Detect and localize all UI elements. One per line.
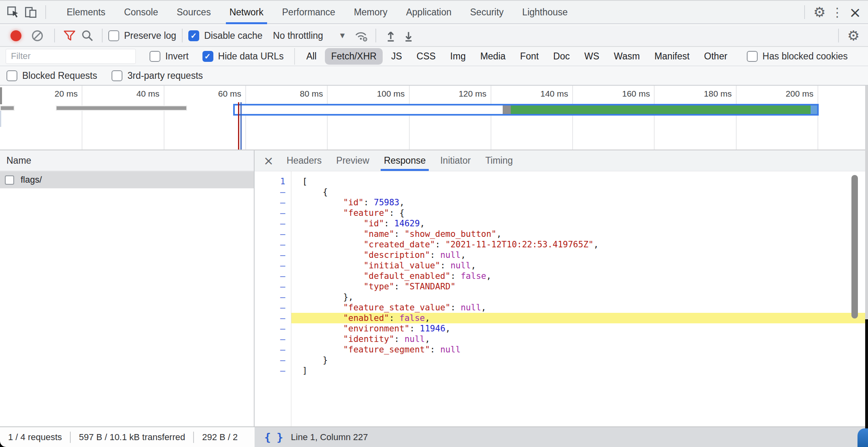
line-text: "default_enabled": false, bbox=[291, 271, 868, 281]
filter-toggle-icon[interactable] bbox=[61, 27, 78, 44]
line-gutter[interactable]: – bbox=[255, 187, 291, 197]
line-gutter[interactable]: – bbox=[255, 260, 291, 271]
line-gutter[interactable]: – bbox=[255, 302, 291, 313]
filter-input[interactable] bbox=[6, 49, 136, 64]
blocked-requests-checkbox[interactable] bbox=[6, 70, 17, 81]
line-text: "feature_state_value": null, bbox=[291, 302, 868, 313]
line-text: "created_date": "2021-11-12T10:22:53.419… bbox=[291, 239, 868, 250]
line-gutter[interactable]: – bbox=[255, 197, 291, 208]
filter-type-manifest[interactable]: Manifest bbox=[648, 48, 695, 65]
line-gutter[interactable]: – bbox=[255, 323, 291, 334]
filter-type-other[interactable]: Other bbox=[698, 48, 733, 65]
filter-type-media[interactable]: Media bbox=[474, 48, 512, 65]
tab-lighthouse[interactable]: Lighthouse bbox=[513, 1, 577, 23]
inspect-element-icon[interactable] bbox=[4, 3, 22, 21]
filter-type-img[interactable]: Img bbox=[444, 48, 472, 65]
pretty-print-icon[interactable]: { } bbox=[264, 431, 283, 443]
network-overview-timeline[interactable]: 20 ms40 ms60 ms80 ms100 ms120 ms140 ms16… bbox=[0, 86, 868, 150]
filter-type-font[interactable]: Font bbox=[514, 48, 545, 65]
has-blocked-cookies-checkbox[interactable] bbox=[747, 51, 758, 62]
code-line: – "default_enabled": false, bbox=[255, 271, 868, 281]
line-gutter[interactable]: 1 bbox=[255, 176, 291, 187]
request-detail-pane: × HeadersPreviewResponseInitiatorTiming … bbox=[255, 150, 868, 426]
name-column-header[interactable]: Name bbox=[0, 150, 254, 171]
hide-data-urls-label: Hide data URLs bbox=[218, 51, 284, 62]
tab-performance[interactable]: Performance bbox=[273, 1, 345, 23]
detail-tab-timing[interactable]: Timing bbox=[478, 150, 520, 171]
throttling-dropdown[interactable]: No throttling ▼ bbox=[273, 30, 345, 41]
tab-application[interactable]: Application bbox=[397, 1, 461, 23]
code-line: – "id": 75983, bbox=[255, 197, 868, 208]
line-gutter[interactable]: – bbox=[255, 271, 291, 281]
disable-cache-checkbox[interactable] bbox=[188, 30, 199, 41]
detail-tab-initiator[interactable]: Initiator bbox=[433, 150, 478, 171]
tab-console[interactable]: Console bbox=[115, 1, 167, 23]
filter-type-wasm[interactable]: Wasm bbox=[608, 48, 646, 65]
filter-type-ws[interactable]: WS bbox=[578, 48, 605, 65]
line-gutter[interactable]: – bbox=[255, 334, 291, 344]
import-har-icon[interactable] bbox=[382, 27, 400, 44]
line-gutter[interactable]: – bbox=[255, 250, 291, 260]
more-options-icon[interactable]: ⋮ bbox=[828, 3, 846, 21]
close-detail-icon[interactable]: × bbox=[258, 154, 279, 168]
line-gutter[interactable]: – bbox=[255, 365, 291, 376]
hide-data-urls-checkbox[interactable] bbox=[202, 51, 213, 62]
line-text: } bbox=[291, 355, 868, 365]
device-toolbar-icon[interactable] bbox=[22, 3, 40, 21]
request-timing-bar[interactable] bbox=[1, 106, 14, 110]
record-network-log-button[interactable] bbox=[11, 30, 21, 41]
tab-elements[interactable]: Elements bbox=[57, 1, 115, 23]
close-devtools-icon[interactable]: × bbox=[846, 3, 864, 21]
invert-checkbox[interactable] bbox=[150, 51, 160, 62]
network-summary: 1 / 4 requests 597 B / 10.1 kB transferr… bbox=[0, 427, 255, 447]
network-conditions-icon[interactable] bbox=[352, 27, 370, 44]
request-row-flags[interactable]: flags/ bbox=[0, 171, 254, 188]
detail-tab-response[interactable]: Response bbox=[377, 150, 433, 171]
timeline-ruler-label: 60 ms bbox=[218, 89, 245, 99]
code-line: – "description": null, bbox=[255, 250, 868, 260]
filter-type-doc[interactable]: Doc bbox=[547, 48, 576, 65]
line-text: "enabled": false, bbox=[291, 313, 868, 323]
tab-memory[interactable]: Memory bbox=[345, 1, 397, 23]
editor-status: { } Line 1, Column 227 bbox=[255, 427, 868, 447]
window-right-edge bbox=[865, 86, 868, 319]
detail-tab-headers[interactable]: Headers bbox=[279, 150, 329, 171]
tab-sources[interactable]: Sources bbox=[167, 1, 220, 23]
request-timing-bar[interactable] bbox=[57, 106, 187, 110]
third-party-requests-checkbox[interactable] bbox=[112, 70, 122, 81]
line-text: { bbox=[291, 187, 868, 197]
timeline-ruler-label: 180 ms bbox=[704, 89, 736, 99]
tabbar-right-controls: ⚙ ⋮ × bbox=[798, 3, 864, 21]
tab-security[interactable]: Security bbox=[461, 1, 513, 23]
filter-type-all[interactable]: All bbox=[300, 48, 323, 65]
line-gutter[interactable]: – bbox=[255, 229, 291, 239]
filter-type-js[interactable]: JS bbox=[385, 48, 408, 65]
settings-gear-icon[interactable]: ⚙ bbox=[811, 3, 828, 21]
detail-tab-preview[interactable]: Preview bbox=[329, 150, 377, 171]
clear-network-log-icon[interactable] bbox=[32, 30, 43, 41]
line-gutter[interactable]: – bbox=[255, 355, 291, 365]
line-gutter[interactable]: – bbox=[255, 208, 291, 218]
code-line: – "name": "show_demo_button", bbox=[255, 229, 868, 239]
tab-network[interactable]: Network bbox=[220, 1, 273, 23]
line-gutter[interactable]: – bbox=[255, 218, 291, 229]
code-line: – "environment": 11946, bbox=[255, 323, 868, 334]
line-gutter[interactable]: – bbox=[255, 281, 291, 292]
preserve-log-checkbox[interactable] bbox=[108, 30, 119, 41]
line-gutter[interactable]: – bbox=[255, 292, 291, 302]
magnifier-icon bbox=[81, 30, 93, 42]
code-line: – "type": "STANDARD" bbox=[255, 281, 868, 292]
response-body-viewer[interactable]: 1[– {– "id": 75983,– "feature": {– "id":… bbox=[255, 171, 868, 426]
selected-request-timing-bar[interactable] bbox=[233, 104, 819, 116]
response-scrollbar[interactable] bbox=[851, 175, 858, 318]
export-har-icon[interactable] bbox=[400, 27, 417, 44]
line-gutter[interactable]: – bbox=[255, 313, 291, 323]
line-gutter[interactable]: – bbox=[255, 344, 291, 355]
filter-type-css[interactable]: CSS bbox=[411, 48, 442, 65]
line-gutter[interactable]: – bbox=[255, 239, 291, 250]
network-settings-gear-icon[interactable]: ⚙ bbox=[845, 27, 862, 44]
filter-type-fetch-xhr[interactable]: Fetch/XHR bbox=[325, 48, 382, 65]
search-icon[interactable] bbox=[78, 27, 96, 44]
divider bbox=[193, 432, 194, 443]
request-row-checkbox[interactable] bbox=[5, 175, 14, 185]
